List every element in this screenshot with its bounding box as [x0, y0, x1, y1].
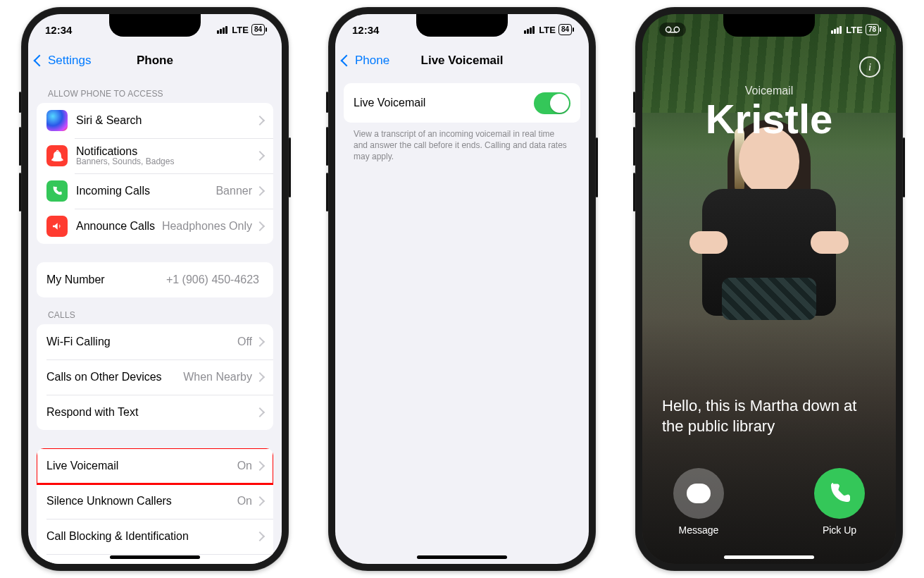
row-wifi-calling[interactable]: Wi-Fi Calling Off: [37, 324, 273, 359]
chevron-left-icon: [341, 55, 353, 67]
power-button: [596, 137, 598, 197]
volume-up: [633, 127, 635, 166]
home-indicator[interactable]: [724, 555, 814, 559]
row-live-voicemail-toggle[interactable]: Live Voicemail: [344, 83, 580, 123]
megaphone-icon: [46, 216, 68, 237]
chevron-right-icon: [255, 407, 265, 417]
volume-down: [19, 173, 21, 211]
live-transcript: Hello, this is Martha down at the public…: [662, 395, 876, 437]
mute-switch: [19, 92, 21, 113]
back-label: Settings: [48, 54, 91, 68]
contact-poster-person: [688, 127, 850, 359]
phone-frame-settings: 12:34 LTE 84 Settings Phone Allow Phone …: [21, 7, 289, 571]
chevron-right-icon: [255, 337, 265, 347]
row-live-voicemail[interactable]: Live Voicemail On: [37, 448, 273, 484]
setting-footer-note: View a transcript of an incoming voicema…: [335, 123, 589, 163]
section-header-access: Allow Phone to Access: [28, 76, 282, 103]
row-respond-with-text[interactable]: Respond with Text: [37, 395, 273, 430]
group-calls-2: Live Voicemail On Silence Unknown Caller…: [37, 448, 273, 564]
caller-name: Kristle: [642, 99, 896, 140]
chevron-right-icon: [255, 496, 265, 506]
row-my-number[interactable]: My Number +1 (906) 450-4623: [37, 262, 273, 297]
phone-frame-incoming-voicemail: LTE 78 i Voicemail Kristle Hello, this i…: [635, 7, 903, 571]
mute-switch: [326, 92, 328, 113]
phone-incoming-icon: [46, 180, 68, 202]
chevron-right-icon: [255, 461, 265, 471]
battery-icon: 84: [251, 24, 265, 35]
nav-bar: Phone Live Voicemail: [335, 45, 589, 76]
row-calls-other-devices[interactable]: Calls on Other Devices When Nearby: [37, 359, 273, 395]
power-button: [289, 137, 291, 197]
chevron-left-icon: [34, 55, 46, 67]
message-label: Message: [679, 524, 719, 536]
settings-scroll[interactable]: Allow Phone to Access Siri & Search Noti…: [28, 76, 282, 564]
row-announce-calls[interactable]: Announce Calls Headphones Only: [37, 209, 273, 244]
cell-signal-icon: [524, 26, 535, 34]
notch: [109, 14, 201, 37]
group-my-number: My Number +1 (906) 450-4623: [37, 262, 273, 297]
phone-icon: [827, 481, 852, 506]
home-indicator[interactable]: [110, 555, 200, 559]
chevron-right-icon: [255, 186, 265, 196]
cell-signal-icon: [831, 26, 842, 34]
status-time: 12:34: [352, 24, 379, 36]
volume-down: [633, 173, 635, 211]
group-allow-access: Siri & Search Notifications Banners, Sou…: [37, 103, 273, 244]
settings-scroll[interactable]: Live Voicemail View a transcript of an i…: [335, 76, 589, 564]
phone-frame-live-voicemail-setting: 12:34 LTE 84 Phone Live Voicemail: [328, 7, 596, 571]
info-button[interactable]: i: [859, 56, 880, 78]
three-phone-layout: 12:34 LTE 84 Settings Phone Allow Phone …: [0, 0, 924, 578]
section-header-calls: Calls: [28, 297, 282, 324]
nav-bar: Settings Phone: [28, 45, 282, 76]
pickup-button[interactable]: Pick Up: [814, 468, 865, 536]
bell-icon: [46, 145, 68, 166]
status-network: LTE: [232, 25, 249, 35]
pickup-label: Pick Up: [823, 524, 856, 536]
message-icon: [687, 484, 711, 503]
call-action-row: Message Pick Up: [642, 468, 896, 536]
notch: [416, 14, 508, 37]
home-indicator[interactable]: [417, 555, 507, 559]
message-button[interactable]: Message: [673, 468, 724, 536]
back-button[interactable]: Phone: [342, 45, 389, 76]
screen-incoming-voicemail: LTE 78 i Voicemail Kristle Hello, this i…: [642, 14, 896, 564]
siri-icon: [46, 110, 68, 131]
caller-header: Voicemail Kristle: [642, 85, 896, 140]
row-call-blocking[interactable]: Call Blocking & Identification: [37, 519, 273, 554]
status-network: LTE: [539, 25, 556, 35]
volume-up: [19, 127, 21, 166]
volume-up: [326, 127, 328, 166]
chevron-right-icon: [255, 221, 265, 231]
row-notifications[interactable]: Notifications Banners, Sounds, Badges: [37, 138, 273, 173]
cell-signal-icon: [217, 26, 227, 34]
mute-switch: [633, 92, 635, 113]
screen-phone-settings: 12:34 LTE 84 Settings Phone Allow Phone …: [28, 14, 282, 564]
back-button[interactable]: Settings: [35, 45, 91, 76]
svg-point-0: [666, 27, 670, 32]
page-title: Live Voicemail: [421, 54, 504, 68]
volume-down: [326, 173, 328, 211]
screen-live-voicemail-setting: 12:34 LTE 84 Phone Live Voicemail: [335, 14, 589, 564]
back-label: Phone: [355, 54, 389, 68]
chevron-right-icon: [255, 372, 265, 382]
group-calls-1: Wi-Fi Calling Off Calls on Other Devices…: [37, 324, 273, 430]
toggle-switch[interactable]: [534, 92, 570, 114]
svg-point-1: [674, 27, 679, 32]
voicemail-status-pill: [659, 23, 686, 37]
battery-icon: 78: [866, 24, 879, 35]
call-kind-label: Voicemail: [642, 85, 896, 97]
notch: [723, 14, 815, 37]
status-time: 12:34: [45, 24, 72, 36]
chevron-right-icon: [255, 151, 265, 161]
power-button: [903, 137, 905, 197]
group-live-voicemail-toggle: Live Voicemail: [344, 83, 580, 123]
row-incoming-calls[interactable]: Incoming Calls Banner: [37, 173, 273, 209]
chevron-right-icon: [255, 116, 265, 125]
page-title: Phone: [137, 54, 173, 68]
row-silence-unknown[interactable]: Silence Unknown Callers On: [37, 484, 273, 519]
status-network: LTE: [846, 25, 863, 35]
chevron-right-icon: [255, 531, 265, 541]
battery-icon: 84: [558, 24, 572, 35]
row-siri-search[interactable]: Siri & Search: [37, 103, 273, 138]
